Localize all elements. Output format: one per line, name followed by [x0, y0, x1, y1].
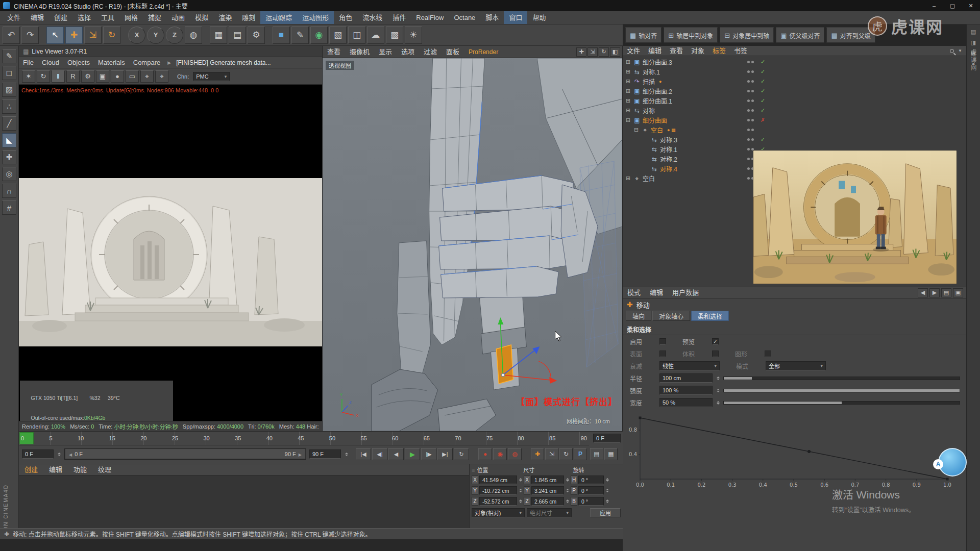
editor-visibility-dot[interactable] — [747, 158, 750, 160]
object-manager-menu-item[interactable]: 对象 — [687, 46, 708, 56]
editor-visibility-dot[interactable] — [747, 80, 750, 83]
timeline-options-button[interactable]: ▦ — [604, 448, 618, 460]
size-field[interactable]: 3.241 cm — [531, 486, 564, 495]
editor-visibility-dot[interactable] — [747, 99, 750, 102]
next-frame-button[interactable]: |▶ — [421, 448, 436, 460]
rotation-field[interactable]: 0 ° — [578, 497, 604, 506]
tree-row[interactable]: ⊟ ▣ 细分曲面 ✗ — [623, 115, 776, 125]
viewport-canvas[interactable]: Y X Z 透视视图 【面】模式进行【挤出】 网格间距：10 cm — [323, 58, 622, 431]
enabled-state-icon[interactable]: ✓ — [761, 68, 776, 75]
menu-item[interactable]: RealFlow — [411, 11, 449, 24]
goto-end-button[interactable]: ▶| — [437, 448, 453, 460]
position-field[interactable]: 41.549 cm — [479, 475, 517, 484]
mode-select[interactable]: 全部 ▾ — [766, 361, 826, 370]
menu-item[interactable]: 文件 — [2, 11, 26, 24]
falloff-select[interactable]: 线性 ▾ — [659, 361, 720, 370]
rotation-field[interactable]: 0 ° — [578, 475, 604, 484]
object-label[interactable]: 细分曲面.3 — [643, 58, 672, 66]
material-manager-menu-item[interactable]: 纹理 — [92, 464, 117, 475]
enable-checkbox[interactable] — [659, 338, 666, 345]
points-mode-button[interactable]: ∴ — [2, 99, 16, 114]
lock-button[interactable]: ▣ — [96, 70, 109, 83]
center-object-to-axis-button[interactable]: ⊟ 对象居中到轴 — [720, 28, 774, 43]
expand-arrow-icon[interactable]: ▶ — [164, 60, 174, 65]
stepper-icon[interactable] — [565, 487, 570, 495]
visibility-dots[interactable] — [747, 99, 761, 102]
viewport-layout-icon[interactable]: ◧ — [610, 47, 620, 57]
attribute-manager-menu-item[interactable]: 用户数据 — [668, 287, 703, 298]
enabled-state-icon[interactable]: ✓ — [761, 107, 776, 114]
view-label[interactable]: 透视视图 — [326, 61, 354, 70]
object-manager-menu-item[interactable]: 查看 — [666, 46, 687, 56]
light-button[interactable]: ☀ — [405, 27, 422, 44]
pick-button[interactable]: ✶ — [22, 70, 35, 83]
pick-point-2-button[interactable]: ⌖ — [155, 70, 168, 83]
layout-icon[interactable]: ▤ — [971, 29, 976, 35]
live-viewer-menu-item[interactable]: Compare — [129, 57, 164, 68]
menu-item[interactable]: 编辑 — [26, 11, 49, 24]
stepper-icon[interactable] — [518, 497, 523, 506]
object-label[interactable]: 对称.4 — [660, 164, 677, 173]
visibility-dots[interactable] — [747, 129, 761, 131]
menu-item[interactable]: 捕捉 — [143, 11, 166, 24]
attribute-manager-menu-item[interactable]: 编辑 — [645, 287, 668, 298]
tree-row[interactable]: ⊞ ↷ 扫描 ● ✓ — [623, 77, 776, 86]
editor-visibility-dot[interactable] — [747, 90, 750, 92]
menu-item[interactable]: 角色 — [334, 11, 357, 24]
viewport-solo-button[interactable]: ◎ — [2, 167, 16, 181]
render-visibility-dot[interactable] — [751, 90, 754, 92]
stepper-icon[interactable] — [57, 450, 61, 458]
render-picture-viewer-button[interactable]: ▤ — [229, 27, 246, 44]
editor-visibility-dot[interactable] — [747, 70, 750, 73]
stepper-icon[interactable] — [565, 497, 570, 506]
rotate-tool-button[interactable]: ↻ — [103, 27, 120, 44]
menu-item[interactable]: 选择 — [72, 11, 96, 24]
lock-icon[interactable]: ▣ — [953, 288, 963, 297]
object-label[interactable]: 空白 — [643, 174, 655, 183]
stepper-icon[interactable] — [716, 398, 720, 407]
visibility-dots[interactable] — [747, 61, 761, 63]
expander-icon[interactable]: ⊞ — [626, 78, 633, 85]
tree-row[interactable]: ⊞ ▣ 细分曲面.2 ✓ — [623, 86, 776, 96]
scale-tool-button[interactable]: ⇲ — [84, 27, 102, 44]
spline-pen-button[interactable]: ✎ — [291, 27, 309, 44]
stepper-icon[interactable] — [716, 386, 720, 394]
live-viewer-menu-item[interactable]: Materials — [94, 57, 129, 68]
stepper-icon[interactable] — [518, 476, 523, 484]
record-scale-toggle[interactable]: ⇲ — [545, 448, 558, 460]
render-visibility-dot[interactable] — [751, 119, 754, 121]
object-manager-menu-item[interactable]: 标签 — [708, 46, 730, 56]
material-manager-menu-item[interactable]: 创建 — [19, 464, 43, 475]
range-right-icon[interactable]: ▶ — [299, 453, 302, 457]
editor-visibility-dot[interactable] — [747, 61, 750, 63]
viewport-move-icon[interactable]: ✚ — [576, 47, 586, 57]
expander-icon[interactable]: ⊞ — [626, 175, 633, 182]
stepper-icon[interactable] — [565, 476, 570, 484]
end-frame-field[interactable]: 90 F — [309, 449, 341, 459]
stepper-icon[interactable] — [605, 497, 609, 506]
tree-row[interactable]: ⊞ ⇆ 对称.1 ✓ — [623, 67, 776, 77]
align-axis-button[interactable]: ▦ 轴对齐 — [625, 28, 662, 43]
menu-item[interactable]: 网格 — [119, 11, 143, 24]
autokeying-button[interactable]: ◉ — [493, 448, 507, 460]
record-rotation-toggle[interactable]: ↻ — [559, 448, 573, 460]
live-viewer-menu-item[interactable]: Objects — [63, 57, 94, 68]
record-keyframe-button[interactable]: ● — [478, 448, 492, 460]
add-cube-button[interactable]: ■ — [273, 27, 290, 44]
menu-item[interactable]: 创建 — [49, 11, 72, 24]
render-view-button[interactable]: ▦ — [210, 27, 227, 44]
menu-item[interactable]: Octane — [449, 11, 480, 24]
edges-mode-button[interactable]: ╱ — [2, 116, 16, 131]
coordinate-mode-select[interactable]: 对象(相对) ▾ — [472, 508, 525, 517]
viewport-rotate-icon[interactable]: ↻ — [599, 47, 609, 57]
object-label[interactable]: 对称.2 — [660, 155, 677, 163]
coordinate-system-button[interactable]: ◍ — [185, 27, 202, 44]
live-viewer-titlebar[interactable]: ▦ Live Viewer 3.07-R1 — [19, 46, 322, 57]
tree-row[interactable]: ⊞ ▣ 细分曲面.1 ✓ — [623, 96, 776, 106]
menu-item[interactable]: 插件 — [387, 11, 411, 24]
editor-visibility-dot[interactable] — [747, 109, 750, 112]
visibility-dots[interactable] — [747, 90, 761, 92]
center-axis-to-object-button[interactable]: ⊞ 轴居中到对象 — [664, 28, 718, 43]
menu-item[interactable]: 窗口 — [504, 11, 527, 24]
menu-item[interactable]: 脚本 — [480, 11, 504, 24]
